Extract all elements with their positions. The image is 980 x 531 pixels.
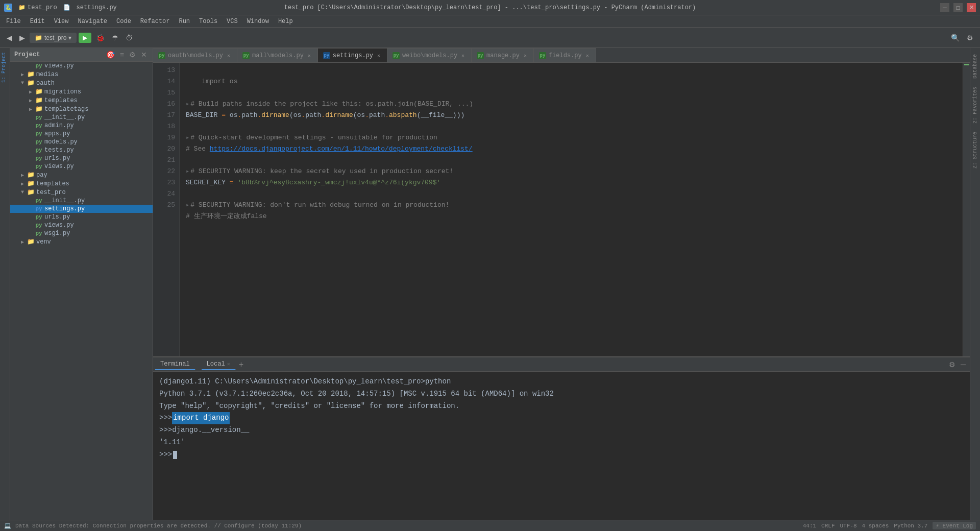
tree-item[interactable]: ▶ 📁 templates xyxy=(10,179,153,188)
tree-item[interactable]: ▶ 📁 venv xyxy=(10,237,153,246)
event-log-button[interactable]: ⚡ Event Log xyxy=(933,522,976,529)
menu-vcs[interactable]: VCS xyxy=(223,17,242,26)
folder-icon: 📁 xyxy=(27,188,35,196)
profile-button[interactable]: ⏱ xyxy=(123,32,135,43)
toolbar-back-button[interactable]: ◀ xyxy=(4,32,15,43)
tab-close-icon[interactable]: ✕ xyxy=(584,53,591,59)
settings-button[interactable]: ⚙ xyxy=(964,32,976,43)
tree-item[interactable]: py views.py xyxy=(10,62,153,70)
menu-view[interactable]: View xyxy=(50,17,73,26)
project-panel: Project 🎯 ≡ ⚙ ✕ py views.py ▶ 📁 medias ▼… xyxy=(10,48,153,520)
tree-item[interactable]: ▶ 📁 migrations xyxy=(10,87,153,96)
tree-item[interactable]: py urls.py xyxy=(10,213,153,221)
tree-item[interactable]: py urls.py xyxy=(10,154,153,162)
tree-item[interactable]: ▶ 📁 pay xyxy=(10,171,153,179)
panel-hide-button[interactable]: ✕ xyxy=(139,50,149,59)
tab-fields[interactable]: py fields.py ✕ xyxy=(534,48,596,62)
tree-item[interactable]: ▶ 📁 medias xyxy=(10,70,153,79)
coverage-button[interactable]: ☂ xyxy=(109,32,121,43)
left-sidebar-labels: 1: Project xyxy=(0,48,10,520)
editor-scrollbar[interactable] xyxy=(963,63,970,356)
debug-button[interactable]: 🐞 xyxy=(93,32,107,43)
tab-weibo-models[interactable]: py weibo\models.py ✕ xyxy=(387,48,472,62)
menu-code[interactable]: Code xyxy=(112,17,135,26)
menu-window[interactable]: Window xyxy=(243,17,273,26)
tab-close-icon[interactable]: ✕ xyxy=(306,53,312,59)
terminal-tab[interactable]: Terminal xyxy=(155,359,195,370)
terminal-content[interactable]: (django1.11) C:\Users\Administrator\Desk… xyxy=(153,372,970,520)
tree-item[interactable]: py __init__.py xyxy=(10,197,153,205)
code-content[interactable]: import os ▸# Build paths inside the proj… xyxy=(180,63,963,356)
tab-close-icon[interactable]: ✕ xyxy=(226,53,232,59)
terminal-settings-button[interactable]: ⚙ xyxy=(947,360,958,369)
run-button[interactable]: ▶ xyxy=(79,33,91,43)
menu-navigate[interactable]: Navigate xyxy=(74,17,111,26)
terminal-line-result: '1.11' xyxy=(159,437,964,449)
new-terminal-button[interactable]: + xyxy=(237,360,246,369)
panel-locate-button[interactable]: 🎯 xyxy=(105,50,116,59)
title-bar: 🐍 📁 test_pro 📄 settings.py test_pro [C:\… xyxy=(0,0,980,15)
sidebar-item-database[interactable]: Database xyxy=(971,50,979,83)
menu-bar: File Edit View Navigate Code Refactor Ru… xyxy=(0,15,980,28)
menu-refactor[interactable]: Refactor xyxy=(136,17,174,26)
py-file-icon: py xyxy=(35,155,43,161)
main-container: 1: Project Project 🎯 ≡ ⚙ ✕ py views.py ▶… xyxy=(0,48,980,520)
tree-item[interactable]: ▶ 📁 templates xyxy=(10,96,153,105)
tree-item[interactable]: py views.py xyxy=(10,221,153,229)
tab-close-icon[interactable]: ✕ xyxy=(522,53,528,59)
tree-item[interactable]: ▼ 📁 test_pro xyxy=(10,188,153,197)
local-tab[interactable]: Local ✕ xyxy=(202,359,236,370)
status-bar: 💻 Data Sources Detected: Connection prop… xyxy=(0,520,980,531)
tree-item[interactable]: ▶ 📁 templatetags xyxy=(10,105,153,113)
tab-manage[interactable]: py manage.py ✕ xyxy=(472,48,534,62)
terminal-minimize-button[interactable]: ─ xyxy=(959,360,968,369)
terminal-line-3: Type "help", "copyright", "credits" or "… xyxy=(159,400,964,413)
run-config-dropdown[interactable]: 📁 test_pro ▾ xyxy=(30,33,77,43)
title-bar-left: 🐍 📁 test_pro 📄 settings.py xyxy=(4,4,117,12)
menu-tools[interactable]: Tools xyxy=(195,17,222,26)
tree-item[interactable]: py apps.py xyxy=(10,130,153,138)
tree-item[interactable]: py __init__.py xyxy=(10,113,153,122)
menu-file[interactable]: File xyxy=(2,17,25,26)
tab-close-icon[interactable]: ✕ xyxy=(376,53,382,59)
minimize-button[interactable]: ─ xyxy=(940,3,949,12)
tree-item[interactable]: py wsgi.py xyxy=(10,229,153,237)
maximize-button[interactable]: □ xyxy=(953,3,963,12)
tree-item[interactable]: py models.py xyxy=(10,138,153,146)
code-line-18: ▸# Quick-start development settings - un… xyxy=(186,134,437,141)
file-encoding[interactable]: UTF-8 xyxy=(840,523,857,529)
sidebar-item-project[interactable]: 1: Project xyxy=(0,48,10,87)
tab-settings[interactable]: py settings.py ✕ xyxy=(318,48,387,62)
line-ending[interactable]: CRLF xyxy=(821,523,835,529)
close-button[interactable]: ✕ xyxy=(967,3,976,12)
tree-item[interactable]: ▼ 📁 oauth xyxy=(10,79,153,87)
indent-setting[interactable]: 4 spaces xyxy=(862,523,889,529)
local-tab-close[interactable]: ✕ xyxy=(227,361,230,367)
panel-settings-button[interactable]: ⚙ xyxy=(128,50,137,59)
bottom-panel: Terminal Local ✕ + ⚙ ─ (django1.11) C:\U… xyxy=(153,356,970,520)
status-message[interactable]: Data Sources Detected: Connection proper… xyxy=(15,523,302,529)
py-file-icon: py xyxy=(35,230,43,236)
terminal-cursor xyxy=(173,451,177,459)
code-editor[interactable]: 13 14 15 16 17 18 19 20 21 22 23 24 25 i… xyxy=(153,63,970,356)
py-file-icon: py xyxy=(35,131,43,137)
menu-run[interactable]: Run xyxy=(175,17,194,26)
find-button[interactable]: 🔍 xyxy=(948,32,962,43)
tree-item[interactable]: py tests.py xyxy=(10,146,153,154)
menu-edit[interactable]: Edit xyxy=(26,17,49,26)
panel-collapse-button[interactable]: ≡ xyxy=(118,50,126,59)
sidebar-item-structure[interactable]: Z: Structure xyxy=(971,128,979,173)
python-version[interactable]: Python 3.7 xyxy=(894,523,927,529)
sidebar-item-favorites[interactable]: 2: Favorites xyxy=(971,83,979,128)
menu-help[interactable]: Help xyxy=(274,17,297,26)
folder-icon: 📁 xyxy=(27,180,35,187)
tab-close-icon[interactable]: ✕ xyxy=(460,53,466,59)
tab-mall-models[interactable]: py mall\models.py ✕ xyxy=(237,48,318,62)
tab-oauth-models[interactable]: py oauth\models.py ✕ xyxy=(153,48,237,62)
toolbar-forward-button[interactable]: ▶ xyxy=(17,32,28,43)
tree-item[interactable]: py settings.py xyxy=(10,205,153,213)
folder-icon: 📁 xyxy=(27,171,35,179)
tree-item[interactable]: py admin.py xyxy=(10,122,153,130)
py-icon: py xyxy=(393,52,400,59)
tree-item[interactable]: py views.py xyxy=(10,162,153,171)
